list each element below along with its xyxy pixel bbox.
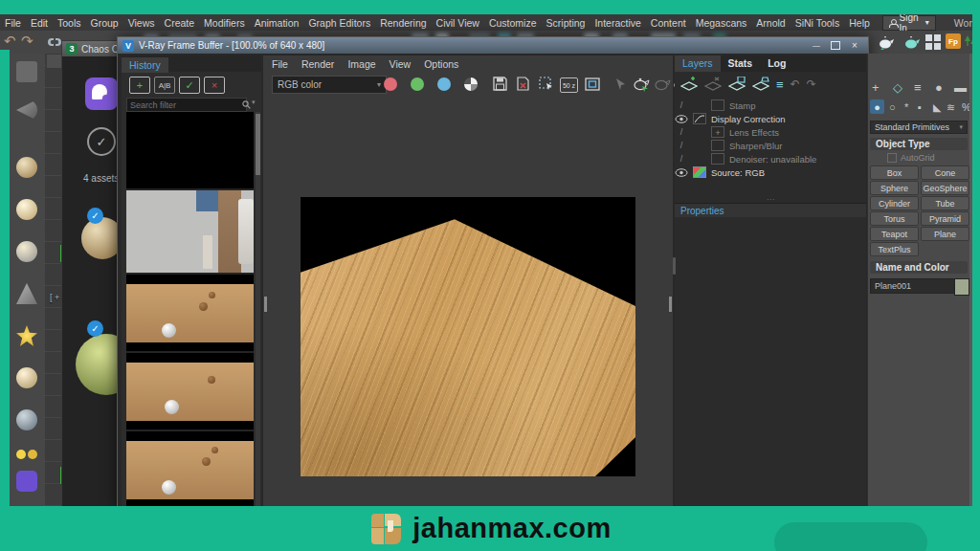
object-name-field[interactable]: Plane001 (870, 278, 956, 294)
menu-interactive[interactable]: Interactive (590, 17, 645, 29)
layer-disabled-icon[interactable]: / (675, 141, 688, 150)
menu-tools[interactable]: Tools (53, 17, 86, 29)
primitive-box-button[interactable]: Box (870, 165, 919, 180)
minimize-button[interactable]: — (807, 40, 826, 52)
menu-help[interactable]: Help (844, 17, 875, 29)
splitter-grip[interactable] (669, 297, 672, 312)
render-setup-teapot-icon[interactable] (877, 33, 896, 51)
splitter-grip[interactable] (264, 297, 267, 312)
viewport-layout-icon[interactable] (924, 33, 942, 51)
tab-history[interactable]: History (122, 57, 168, 73)
layer-row-denoiser[interactable]: / Denoiser: unavailable (675, 152, 866, 165)
layer-disabled-icon[interactable]: / (675, 127, 688, 137)
layer-row-display-correction[interactable]: Display Correction (675, 112, 866, 125)
cp-icon-5[interactable]: ▬ (954, 80, 967, 95)
cp-icon-2[interactable]: ◇ (893, 80, 902, 95)
cp-icon-1[interactable]: + (872, 80, 880, 95)
object-type-rollout[interactable]: Object Type (870, 138, 968, 150)
menu-content[interactable]: Content (646, 17, 691, 29)
channel-selector[interactable]: RGB color ▾ (272, 76, 387, 94)
create-geometry-tab[interactable]: ● (870, 99, 884, 114)
speaker-icon[interactable] (16, 99, 37, 121)
close-button[interactable]: × (845, 40, 864, 52)
history-remove-button[interactable]: × (204, 77, 225, 94)
rendered-image[interactable] (301, 197, 635, 476)
menu-file[interactable]: File (0, 17, 26, 29)
create-lights-tab[interactable]: * (904, 101, 908, 113)
layer-disabled-icon[interactable]: / (675, 100, 688, 110)
vfb-menu-render[interactable]: Render (301, 58, 334, 70)
create-helpers-tab[interactable]: ◣ (933, 101, 941, 114)
primitive-textplus-button[interactable]: TextPlus (870, 242, 919, 256)
sphere-asset-icon[interactable] (16, 199, 37, 220)
layer-disabled-icon[interactable]: / (675, 154, 688, 164)
tab-layers[interactable]: Layers (675, 55, 721, 72)
sphere-asset-icon[interactable] (16, 409, 37, 430)
sphere-asset-icon[interactable] (16, 157, 37, 178)
history-thumbnail[interactable] (126, 112, 254, 188)
primitive-teapot-button[interactable]: Teapot (870, 227, 919, 241)
primitive-plane-button[interactable]: Plane (921, 227, 969, 241)
vfb-titlebar[interactable]: V V-Ray Frame Buffer - [100.0% of 640 x … (118, 37, 868, 54)
primitive-tube-button[interactable]: Tube (921, 196, 969, 210)
layer-row-stamp[interactable]: / Stamp (675, 99, 866, 112)
primitive-category-dropdown[interactable]: Standard Primitives ▾ (870, 121, 968, 134)
primitive-torus-button[interactable]: Torus (870, 211, 919, 226)
undo-icon[interactable]: ↶ (4, 33, 16, 50)
eye-icon[interactable] (675, 115, 688, 123)
history-load-button[interactable]: ✓ (179, 77, 200, 94)
redo-layer-button[interactable]: ↷ (807, 77, 816, 91)
primitive-geosphere-button[interactable]: GeoSphere (921, 181, 969, 195)
search-options-caret[interactable]: ▾ (252, 99, 256, 106)
star-icon[interactable] (16, 325, 37, 346)
menu-graph-editors[interactable]: Graph Editors (303, 17, 375, 29)
menu-group[interactable]: Group (86, 17, 123, 29)
vfb-menu-options[interactable]: Options (424, 58, 458, 70)
menu-arnold[interactable]: Arnold (751, 17, 790, 29)
forestpack-icon[interactable]: Fp (946, 33, 961, 49)
render-teapot-icon[interactable] (902, 33, 921, 51)
primitive-cone-button[interactable]: Cone (921, 165, 969, 180)
layer-row-lens-effects[interactable]: / + Lens Effects (675, 125, 866, 139)
menu-civil-view[interactable]: Civil View (432, 17, 484, 29)
history-thumbnail[interactable] (126, 353, 254, 430)
layer-list-mode-button[interactable]: ≡ (776, 77, 784, 92)
menu-customize[interactable]: Customize (484, 17, 542, 29)
menu-animation[interactable]: Animation (250, 17, 304, 29)
properties-header[interactable]: Properties (675, 203, 866, 217)
sign-in-button[interactable]: Sign In ▾ (882, 15, 936, 31)
menu-rendering[interactable]: Rendering (375, 17, 431, 29)
cp-icon-4[interactable]: ● (935, 80, 943, 95)
redo-icon[interactable]: ↷ (21, 33, 33, 50)
green-channel-button[interactable] (411, 77, 424, 91)
load-layer-tree-button[interactable] (752, 77, 769, 92)
red-channel-button[interactable] (384, 77, 397, 91)
history-save-button[interactable]: + (129, 77, 150, 94)
layer-row-source-rgb[interactable]: Source: RGB (675, 165, 866, 179)
region-render-button[interactable] (537, 75, 555, 93)
clear-image-button[interactable] (514, 75, 532, 93)
sphere-asset-icon[interactable] (16, 367, 37, 388)
delete-layer-button[interactable] (704, 77, 722, 92)
autogrid-checkbox[interactable]: AutoGrid (887, 153, 935, 163)
vfb-menu-file[interactable]: File (272, 58, 288, 70)
add-layer-button[interactable] (680, 77, 698, 92)
history-thumbnail[interactable] (126, 275, 254, 351)
history-search-input[interactable] (126, 98, 247, 112)
restore-button[interactable] (826, 40, 845, 52)
menu-views[interactable]: Views (123, 17, 160, 29)
primitive-sphere-button[interactable]: Sphere (870, 181, 919, 195)
history-ab-compare-button[interactable]: A|B (154, 77, 175, 94)
zoom-level-button[interactable]: 50 z (560, 77, 578, 93)
history-thumbnail[interactable] (126, 431, 254, 507)
vfb-menu-view[interactable]: View (390, 58, 412, 70)
fit-view-button[interactable] (583, 75, 601, 93)
undo-layer-button[interactable]: ↶ (791, 77, 800, 91)
vfb-menu-image[interactable]: Image (347, 58, 375, 70)
tool-icon[interactable] (16, 61, 37, 82)
cp-icon-3[interactable]: ≡ (914, 80, 922, 95)
cosmos-logo-icon[interactable] (85, 77, 118, 110)
layer-row-sharpen-blur[interactable]: / Sharpen/Blur (675, 139, 866, 152)
search-icon[interactable] (242, 100, 251, 109)
cone-asset-icon[interactable] (16, 283, 37, 304)
